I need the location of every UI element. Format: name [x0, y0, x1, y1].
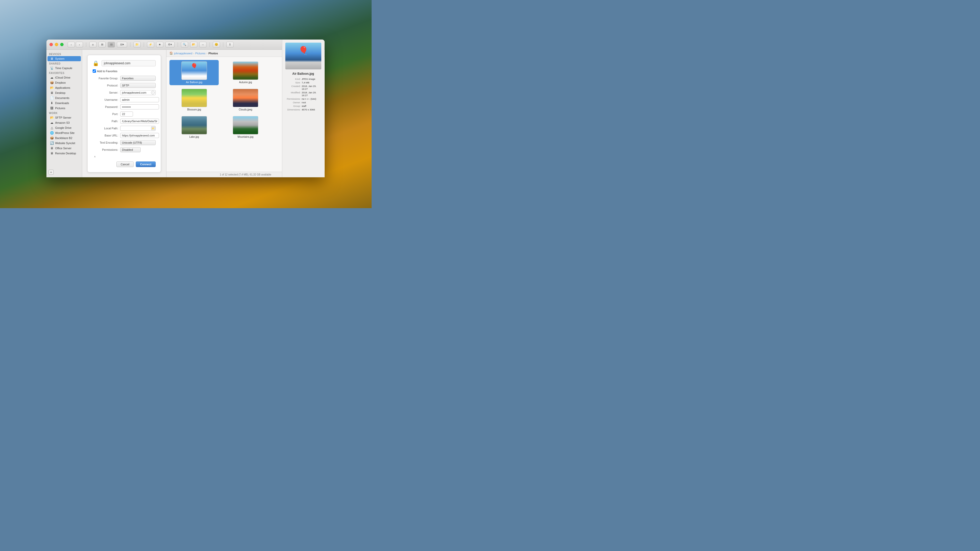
server-field-wrapper: i — [120, 90, 156, 95]
sidebar-item-website-synclet[interactable]: 🔄 Website Synclet — [48, 141, 81, 146]
info-button[interactable]: ℹ — [226, 42, 234, 48]
sidebar-item-wordpress[interactable]: 🌐 WordPress Site — [48, 130, 81, 135]
port-input[interactable] — [120, 111, 133, 117]
sidebar-item-office-server[interactable]: 🖥 Office Server — [48, 146, 81, 151]
share-button[interactable]: ⚡ — [147, 42, 154, 48]
back-button[interactable]: ‹ — [68, 42, 75, 48]
view-list-button[interactable]: ≡ — [89, 42, 97, 48]
form-header: 🔒 — [93, 60, 156, 66]
file-item-autumn[interactable]: Autumn.jpg — [221, 60, 270, 85]
sidebar-item-dropbox[interactable]: 📦 Dropbox — [48, 80, 81, 85]
collapse-button[interactable]: ∧ — [93, 154, 97, 159]
sidebar-item-sftp[interactable]: 📂 SFTP Server — [48, 115, 81, 120]
view-columns-button[interactable]: ⊞ — [99, 42, 106, 48]
file-thumb-clouds — [233, 89, 258, 107]
favorite-group-select-wrapper: Favorites — [120, 76, 156, 81]
breadcrumb-item-2: Photos — [208, 52, 218, 55]
base-url-input[interactable] — [120, 133, 159, 138]
protocol-label: Protocol: — [93, 84, 118, 87]
local-path-browse-button[interactable]: 📁 — [151, 127, 155, 130]
breadcrumb-item-1[interactable]: Pictures — [195, 52, 205, 55]
breadcrumb-item-0[interactable]: johnappleseed — [174, 52, 192, 55]
file-item-mountains[interactable]: Mountains.jpg — [221, 114, 270, 140]
sidebar-item-documents[interactable]: 📄 Documents — [48, 95, 81, 100]
pictures-icon: 🖼 — [50, 106, 54, 110]
backblaze-icon: 📦 — [50, 136, 54, 140]
protocol-select[interactable]: SFTP — [120, 83, 156, 88]
protocol-select-wrapper: SFTP — [120, 83, 156, 88]
file-item-lake[interactable]: Lake.jpg — [169, 114, 219, 140]
sidebar-item-label-time-capsule: Time Capsule — [55, 67, 72, 70]
connect-button[interactable]: 🔍 — [181, 42, 188, 48]
connect-form: 🔒 Add to Favorites Favorite Group: Favor… — [87, 55, 161, 172]
folder-button[interactable]: 📂 — [190, 42, 197, 48]
path-row: Path: — [93, 119, 156, 124]
local-path-row: Local Path: 📁 — [93, 126, 156, 131]
sidebar-section-favorites: Favorites — [46, 71, 82, 75]
sidebar-item-desktop[interactable]: 🖥 Desktop — [48, 90, 81, 95]
sidebar-label-applications: Applications — [55, 86, 70, 89]
sidebar-item-backblaze[interactable]: 📦 Backblaze B2 — [48, 135, 81, 141]
preview-filename: Air Balloon.jpg — [285, 72, 321, 76]
file-label-lake: Lake.jpg — [189, 135, 199, 138]
view-options-button[interactable]: ⊟▾ — [117, 42, 127, 48]
form-actions: Cancel Connect — [93, 162, 156, 167]
toolbar-separator-1 — [86, 42, 86, 47]
password-label: Password: — [93, 105, 118, 108]
preview-owner-label: Owner: — [285, 101, 301, 104]
path-input[interactable] — [120, 119, 159, 124]
cancel-button[interactable]: Cancel — [116, 162, 134, 167]
port-label: Port: — [93, 113, 118, 116]
sidebar-item-remote-desktop[interactable]: 🖥 Remote Desktop — [48, 151, 81, 156]
preview-balloon-emoji: 🎈 — [298, 46, 309, 56]
favorites-button[interactable]: ★ — [156, 42, 163, 48]
permissions-select[interactable]: Disabled — [120, 147, 141, 152]
maximize-button[interactable] — [60, 43, 64, 46]
new-folder-button[interactable]: 📁 — [134, 42, 141, 48]
add-to-favorites-checkbox[interactable] — [93, 69, 96, 73]
preview-ground — [285, 62, 321, 69]
minimize-button[interactable] — [55, 43, 58, 46]
sidebar-item-icloud[interactable]: ☁ iCloud Drive — [48, 75, 81, 80]
text-encoding-select-wrapper: Unicode (UTF8) — [120, 140, 156, 145]
file-item-clouds[interactable]: Clouds.jpeg — [221, 87, 270, 113]
sidebar-item-applications[interactable]: 📂 Applications — [48, 85, 81, 90]
file-label-blossom: Blossom.jpg — [187, 108, 201, 111]
username-input[interactable] — [120, 97, 159, 102]
toolbar-separator-2 — [130, 42, 130, 47]
file-item-blossom[interactable]: Blossom.jpg — [169, 87, 219, 113]
sync-button[interactable]: ↔ — [199, 42, 207, 48]
text-encoding-select[interactable]: Unicode (UTF8) — [120, 140, 156, 145]
sidebar-item-time-capsule[interactable]: 📡 Time Capsule — [48, 65, 81, 71]
connect-button[interactable]: Connect — [136, 162, 156, 167]
favorite-group-select[interactable]: Favorites — [120, 76, 156, 81]
password-input[interactable] — [120, 104, 159, 110]
gdrive-icon: △ — [50, 126, 54, 130]
sidebar-item-s3[interactable]: ☁ Amazon S3 — [48, 120, 81, 125]
local-path-input[interactable] — [120, 126, 156, 131]
file-item-air-balloon[interactable]: 🎈 Air Balloon.jpg — [169, 60, 219, 85]
sidebar-item-gdrive[interactable]: △ Google Drive — [48, 125, 81, 130]
preview-created-value: 2018. Jan 29. 16:27 — [302, 85, 321, 90]
sidebar-section-work: Work — [46, 111, 82, 115]
action-button[interactable]: ⚙▾ — [165, 42, 175, 48]
sidebar-item-downloads[interactable]: ⬇ Downloads — [48, 100, 81, 106]
add-sidebar-item-button[interactable]: + — [48, 170, 54, 175]
password-row: Password: — [93, 104, 156, 110]
view-grid-button[interactable]: ⊟ — [108, 42, 115, 48]
server-address-input[interactable] — [102, 60, 156, 66]
preview-image: 🎈 — [285, 43, 321, 69]
text-encoding-label: Text Encoding: — [93, 141, 118, 144]
file-label-mountains: Mountains.jpg — [238, 135, 253, 138]
preview-permissions-row: Permissions: rw-r--r-- (644) — [285, 97, 321, 100]
forward-button[interactable]: › — [76, 42, 83, 48]
sidebar-item-system[interactable]: 🖥 System — [48, 56, 81, 61]
close-button[interactable] — [49, 43, 53, 46]
synclet-icon: 🔄 — [50, 141, 54, 145]
server-input[interactable] — [120, 90, 156, 95]
sidebar-item-pictures[interactable]: 🖼 Pictures — [48, 106, 81, 111]
emoji-button[interactable]: 😊 — [213, 42, 220, 48]
preview-group-value: staff — [302, 105, 321, 107]
nav-buttons: ‹ › — [68, 42, 83, 48]
permissions-row: Permissions: Disabled — [93, 147, 156, 152]
